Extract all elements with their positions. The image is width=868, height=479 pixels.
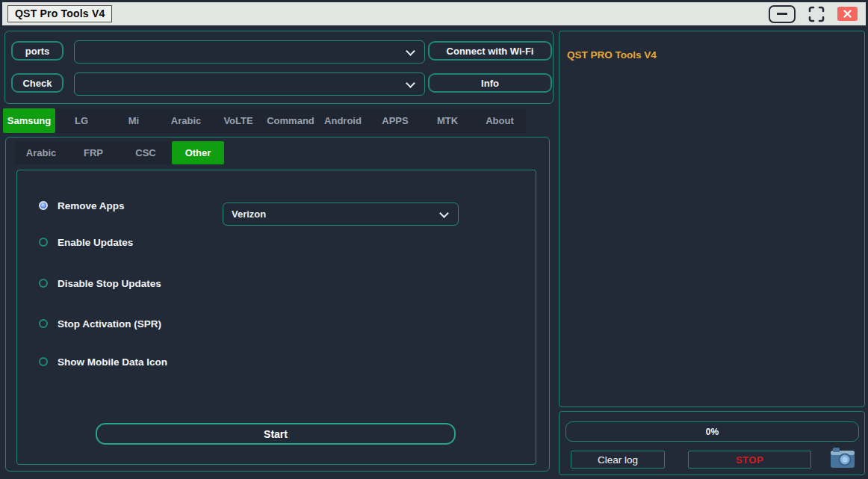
app-window: { "window": { "title": "QST Pro Tools V4… — [0, 0, 868, 479]
start-button[interactable]: Start — [96, 423, 456, 445]
tab-mtk[interactable]: MTK — [421, 108, 474, 133]
radio-unselected-icon[interactable] — [39, 238, 48, 247]
tab-arabic[interactable]: Arabic — [160, 108, 212, 133]
carrier-dropdown[interactable]: Verizon — [223, 203, 459, 226]
option-label: Stop Activation (SPR) — [58, 318, 161, 330]
maximize-icon — [807, 5, 825, 23]
radio-unselected-icon[interactable] — [39, 357, 48, 366]
tab-mi[interactable]: Mi — [108, 108, 160, 133]
maximize-button[interactable] — [807, 5, 826, 23]
tab-volte[interactable]: VoLTE — [212, 108, 264, 133]
option-label: Enable Updates — [58, 237, 133, 248]
clear-log-button[interactable]: Clear log — [571, 451, 665, 469]
tab-apps[interactable]: APPS — [369, 108, 421, 133]
option-label: Disable Stop Updates — [58, 278, 161, 289]
subtab-frp[interactable]: FRP — [67, 141, 120, 164]
chevron-down-icon — [439, 208, 449, 218]
samsung-sub-tab-bar: Arabic FRP CSC Other — [15, 141, 224, 164]
minimize-button[interactable] — [769, 5, 796, 23]
option-disable-stop-updates[interactable]: Disable Stop Updates — [39, 276, 161, 290]
window-controls — [769, 5, 858, 23]
option-enable-updates[interactable]: Enable Updates — [39, 235, 133, 249]
tab-samsung[interactable]: Samsung — [3, 108, 55, 133]
radio-selected-icon[interactable] — [39, 201, 48, 210]
log-panel: QST PRO Tools V4 — [559, 31, 865, 407]
option-stop-activation-spr[interactable]: Stop Activation (SPR) — [39, 317, 161, 330]
check-button[interactable]: Check — [11, 73, 63, 93]
option-remove-apps[interactable]: Remove Apps — [39, 199, 125, 212]
port-dropdown[interactable] — [74, 40, 425, 64]
option-label: Remove Apps — [58, 200, 125, 211]
connect-wifi-button[interactable]: Connect with Wi-Fi — [428, 41, 552, 61]
window-title: QST Pro Tools V4 — [7, 5, 112, 22]
log-header-text: QST PRO Tools V4 — [567, 49, 657, 61]
subtab-other[interactable]: Other — [172, 141, 224, 164]
tab-command[interactable]: Command — [264, 108, 317, 133]
titlebar: QST Pro Tools V4 — [2, 2, 866, 25]
option-label: Show Mobile Data Icon — [58, 356, 167, 368]
status-panel: 0% Clear log STOP — [559, 411, 865, 475]
tab-lg[interactable]: LG — [55, 108, 108, 133]
screenshot-button[interactable] — [829, 445, 856, 469]
progress-bar: 0% — [565, 421, 859, 442]
tab-about[interactable]: About — [474, 108, 526, 133]
connection-panel: ports Connect with Wi-Fi Check Info — [4, 31, 554, 104]
other-options-groupbox: Remove Apps Enable Updates Disable Stop … — [16, 170, 536, 465]
close-button[interactable] — [837, 7, 858, 21]
camera-icon — [830, 446, 855, 469]
info-button[interactable]: Info — [428, 73, 552, 93]
chevron-down-icon — [406, 78, 415, 88]
close-icon — [843, 10, 852, 18]
progress-label: 0% — [706, 427, 719, 437]
subtab-arabic[interactable]: Arabic — [15, 141, 67, 164]
samsung-panel: Arabic FRP CSC Other Remove Apps Enable … — [5, 137, 550, 472]
option-show-mobile-data-icon[interactable]: Show Mobile Data Icon — [39, 355, 167, 368]
carrier-dropdown-value: Verizon — [223, 208, 266, 220]
tab-android[interactable]: Android — [317, 108, 369, 133]
main-tab-bar: Samsung LG Mi Arabic VoLTE Command Andro… — [3, 108, 526, 133]
stop-button[interactable]: STOP — [688, 451, 811, 469]
radio-unselected-icon[interactable] — [39, 319, 48, 328]
subtab-csc[interactable]: CSC — [120, 141, 172, 164]
second-dropdown[interactable] — [74, 72, 425, 96]
radio-unselected-icon[interactable] — [39, 279, 48, 288]
minimize-icon — [777, 13, 787, 15]
ports-button[interactable]: ports — [11, 41, 63, 61]
chevron-down-icon — [406, 46, 415, 56]
